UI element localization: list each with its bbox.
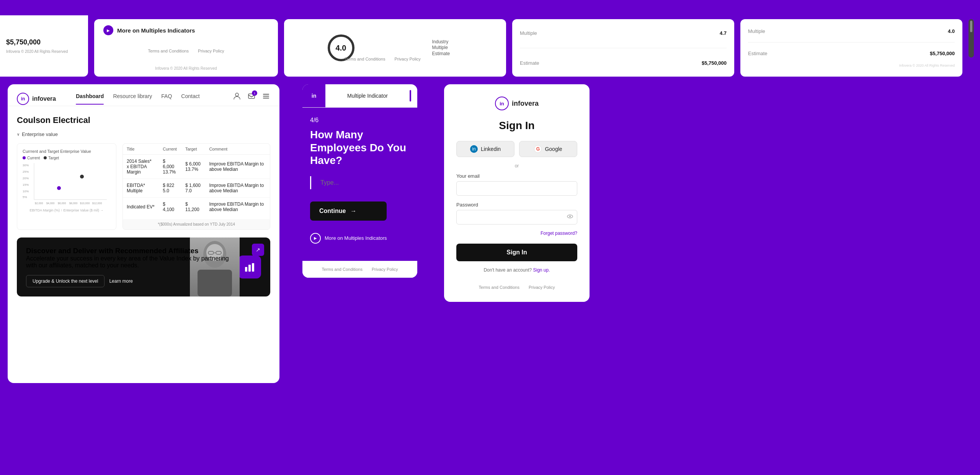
forgot-password-link[interactable]: Forget password? (456, 231, 577, 236)
privacy-link-top[interactable]: Privacy Policy (394, 57, 420, 61)
signin-panel: in infovera Sign In in Linkedin G Google… (444, 84, 590, 302)
chart-svg: 30% 25% 20% 15% 10% 5% $2,000 $4,000 (23, 163, 107, 205)
play-icon[interactable]: ▶ (103, 25, 113, 35)
signin-logo-icon: in (495, 97, 509, 110)
external-link-icon[interactable]: ↗ (252, 244, 264, 256)
indicator-question: How Many Employees Do You Have? (310, 128, 410, 167)
col-current: Current (159, 144, 181, 155)
social-buttons: in Linkedin G Google (456, 141, 577, 157)
tc-link-top[interactable]: Terms and Conditions (345, 57, 385, 61)
gauge-card: 4.0 Industry Multiple Estimate (284, 19, 506, 77)
nav-contact[interactable]: Contact (181, 93, 199, 105)
learn-more-link[interactable]: Learn more (109, 278, 132, 284)
signin-title: Sign In (456, 120, 577, 132)
signup-text: Don't have an account? Sign up. (456, 267, 577, 273)
password-group: Password (456, 202, 577, 224)
linkedin-label: Linkedin (481, 146, 501, 152)
email-group: Your email (456, 173, 577, 196)
indicator-body: 4/6 How Many Employees Do You Have? Cont… (302, 108, 417, 261)
col-target: Target (181, 144, 206, 155)
chart-legend: Current Target (23, 156, 111, 160)
nav-resource[interactable]: Resource library (113, 93, 152, 105)
data-table-container: Title Current Target Comment 2014 Sales*… (122, 143, 270, 230)
chart-container: Currrent and Target Enterprise Value Cur… (17, 143, 116, 230)
type-input[interactable] (316, 176, 410, 189)
indicator-tc-link[interactable]: Terms and Conditions (322, 267, 363, 272)
nav-dashboard[interactable]: Dashboard (76, 93, 104, 105)
continue-button[interactable]: Continue → (310, 201, 387, 221)
indicator-footer: Terms and Conditions Privacy Policy (302, 261, 417, 278)
signup-link[interactable]: Sign up. (533, 267, 550, 273)
password-input[interactable] (456, 210, 577, 224)
linkedin-button[interactable]: in Linkedin (456, 141, 514, 157)
dashboard-panel: in infovera Dashboard Resource library F… (8, 84, 279, 383)
signin-tc-link[interactable]: Terms and Conditions (479, 285, 519, 290)
svg-point-0 (235, 93, 238, 96)
svg-text:25%: 25% (23, 170, 29, 174)
mail-icon[interactable]: 1 (247, 92, 256, 100)
indicator-title: Multiple Indicator (325, 93, 410, 99)
signin-brand: infovera (512, 100, 539, 108)
table-row: 2014 Sales*x EBITDA Margin $ 6,00013.7% … (123, 155, 270, 179)
email-label: Your email (456, 173, 577, 179)
right-footer: Infovera © 2020 All Rights Reserved (748, 64, 955, 67)
table-note: *($000s) Annualized based on YTD July 20… (123, 219, 270, 229)
svg-rect-22 (248, 265, 251, 272)
signin-footer: Terms and Conditions Privacy Policy (456, 285, 577, 290)
metric-card-2: Multiple 4.0 Estimate $5,750,000 Infover… (740, 19, 962, 77)
google-button[interactable]: G Google (519, 141, 577, 157)
svg-text:$2,000: $2,000 (35, 202, 43, 205)
password-label: Password (456, 202, 577, 208)
promo-subtitle: Accelerate your success in every key are… (26, 255, 232, 269)
tc-link-1[interactable]: Terms and Conditions (148, 49, 189, 53)
indicator-panel: in Multiple Indicator 4/6 How Many Emplo… (302, 84, 417, 278)
chevron-icon[interactable]: ∨ (17, 132, 20, 136)
nav-bar: in infovera Dashboard Resource library F… (8, 84, 279, 106)
chart-title: Currrent and Target Enterprise Value (23, 149, 111, 154)
svg-text:$4,000: $4,000 (46, 202, 55, 205)
svg-rect-4 (263, 98, 269, 98)
mail-badge: 1 (252, 90, 257, 96)
signin-privacy-link[interactable]: Privacy Policy (529, 285, 555, 290)
company-title: Coulson Electrical (17, 115, 270, 125)
more-indicators-link[interactable]: ▶ More on Multiples Indicators (310, 233, 410, 244)
col-comment: Comment (205, 144, 270, 155)
privacy-link-1[interactable]: Privacy Policy (198, 49, 224, 53)
nav-faq[interactable]: FAQ (161, 93, 172, 105)
top-left-footer: Infovera © 2020 All Rights Reserved (6, 49, 82, 54)
svg-point-31 (569, 216, 571, 217)
svg-text:15%: 15% (23, 183, 29, 187)
svg-rect-23 (252, 263, 254, 272)
eye-icon[interactable] (567, 213, 573, 221)
profile-icon[interactable] (233, 92, 241, 100)
indicator-card: in Multiple Indicator 4/6 How Many Emplo… (302, 84, 417, 278)
step-label: 4/6 (310, 117, 410, 124)
svg-point-13 (57, 186, 61, 190)
svg-text:$6,000: $6,000 (58, 202, 66, 205)
top-tc-links: Terms and Conditions Privacy Policy (345, 57, 421, 61)
menu-icon[interactable] (262, 92, 270, 100)
promo-title: Discover and Deliver with Recommended Af… (26, 247, 232, 255)
svg-text:20%: 20% (23, 177, 29, 180)
google-label: Google (545, 146, 562, 152)
nav-links: Dashboard Resource library FAQ Contact (76, 93, 220, 105)
more-play-icon: ▶ (310, 233, 321, 244)
top-left-value: $5,750,000 (6, 38, 82, 46)
metric-card-1: Multiple 4.7 Estimate $5,750,000 (512, 19, 734, 77)
upgrade-button[interactable]: Upgrade & Unlock the next level (26, 275, 105, 287)
svg-text:$8,000: $8,000 (69, 202, 78, 205)
arrow-icon: → (350, 208, 356, 215)
svg-text:5%: 5% (23, 195, 27, 199)
signin-button[interactable]: Sign In (456, 244, 577, 261)
promo-text: Discover and Deliver with Recommended Af… (26, 247, 232, 287)
promo-card: Discover and Deliver with Recommended Af… (17, 238, 270, 296)
promo-actions: Upgrade & Unlock the next level Learn mo… (26, 275, 232, 287)
indicator-nav-dot (410, 90, 411, 102)
indicator-privacy-link[interactable]: Privacy Policy (372, 267, 398, 272)
logo-icon: in (17, 93, 29, 105)
signin-logo: in infovera (456, 97, 577, 110)
top-center-footer-links: Terms and Conditions Privacy Policy (103, 49, 269, 53)
email-input[interactable] (456, 181, 577, 196)
scroll-bar[interactable] (969, 19, 974, 57)
brand-name: infovera (32, 95, 56, 102)
